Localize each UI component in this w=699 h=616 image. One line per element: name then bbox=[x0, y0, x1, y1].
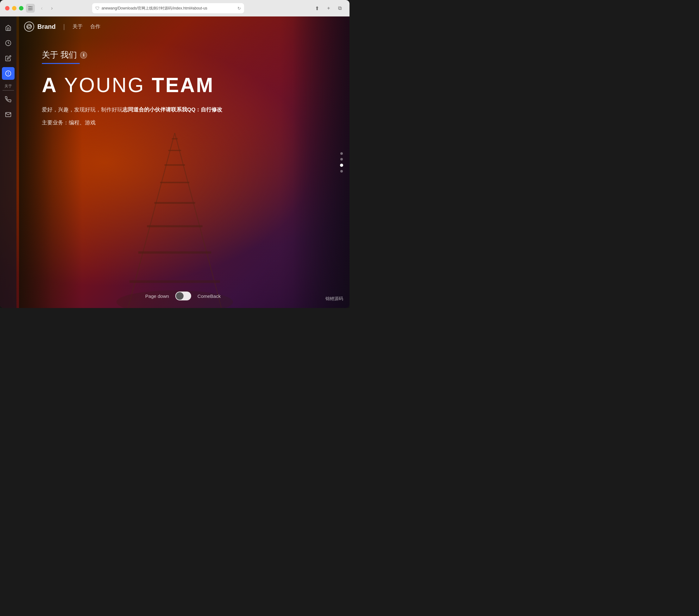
browser-content: 关于 bbox=[0, 16, 350, 308]
brand-logo[interactable]: Brand bbox=[24, 22, 56, 32]
main-content: Brand | 关于 合作 关于 我们 ℹ A YOUNG TEAM 爱好，兴趣… bbox=[16, 16, 350, 308]
minimize-button[interactable] bbox=[12, 6, 16, 11]
desc1-prefix: 爱好，兴趣，发现好玩，制作好玩 bbox=[42, 107, 122, 113]
page-down-button[interactable]: Page down bbox=[145, 293, 169, 299]
brand-icon bbox=[24, 22, 34, 32]
close-button[interactable] bbox=[5, 6, 10, 11]
desc1-highlight: 志同道合的小伙伴请联系我QQ：自行修改 bbox=[122, 107, 222, 113]
toggle-thumb bbox=[176, 292, 184, 300]
watermark-text: 锦鲤源码 bbox=[326, 296, 343, 302]
sidebar-item-phone[interactable] bbox=[2, 93, 15, 106]
dot-2[interactable] bbox=[340, 158, 343, 160]
nav-arrows: ‹ › bbox=[37, 4, 56, 13]
nav-about-link[interactable]: 关于 bbox=[72, 23, 83, 30]
brand-name-text: Brand bbox=[37, 23, 56, 30]
section-info-icon[interactable]: ℹ bbox=[80, 52, 87, 58]
sidebar-underline bbox=[2, 90, 14, 91]
tabs-button[interactable]: ⧉ bbox=[335, 4, 344, 13]
sidebar-section-label-container: 关于 bbox=[2, 82, 14, 91]
sidebar-item-home[interactable] bbox=[2, 22, 15, 34]
maximize-button[interactable] bbox=[19, 6, 24, 11]
dot-3[interactable] bbox=[340, 163, 343, 167]
nav-divider: | bbox=[63, 23, 65, 30]
section-title-container: 关于 我们 ℹ bbox=[42, 49, 330, 61]
hero-title: A YOUNG TEAM bbox=[42, 74, 330, 96]
refresh-button[interactable]: ↻ bbox=[237, 6, 241, 11]
sidebar-item-clock[interactable] bbox=[2, 37, 15, 49]
hero-title-a: A bbox=[42, 74, 57, 96]
hero-title-young: YOUNG bbox=[57, 74, 151, 96]
sidebar-toggle-button[interactable] bbox=[26, 4, 35, 13]
hero-title-team: TEAM bbox=[151, 74, 214, 96]
left-sidebar: 关于 bbox=[0, 16, 16, 308]
sidebar-item-edit[interactable] bbox=[2, 52, 15, 65]
titlebar: ‹ › 🛡 anewang/Downloads/官网上线倒计时源码/index.… bbox=[0, 0, 350, 16]
sidebar-about-label: 关于 bbox=[4, 83, 12, 89]
traffic-lights bbox=[5, 6, 24, 11]
sidebar-item-info[interactable] bbox=[2, 67, 15, 80]
come-back-button[interactable]: ComeBack bbox=[198, 293, 221, 299]
new-tab-button[interactable]: + bbox=[324, 4, 333, 13]
share-button[interactable]: ⬆ bbox=[313, 4, 322, 13]
section-underline bbox=[42, 63, 80, 64]
browser-window: ‹ › 🛡 anewang/Downloads/官网上线倒计时源码/index.… bbox=[0, 0, 350, 308]
dots-navigation bbox=[340, 152, 343, 172]
dot-4[interactable] bbox=[340, 170, 343, 172]
desc-text-2: 主要业务：编程、游戏 bbox=[42, 118, 330, 128]
bottom-controls: Page down ComeBack bbox=[145, 291, 221, 300]
toggle-switch[interactable] bbox=[175, 291, 191, 300]
nav-cooperation-link[interactable]: 合作 bbox=[90, 23, 100, 30]
back-button[interactable]: ‹ bbox=[37, 4, 46, 13]
page-content-area: 关于 我们 ℹ A YOUNG TEAM 爱好，兴趣，发现好玩，制作好玩志同道合… bbox=[16, 37, 350, 144]
url-text: anewang/Downloads/官网上线倒计时源码/index.html#a… bbox=[102, 6, 236, 11]
address-bar[interactable]: 🛡 anewang/Downloads/官网上线倒计时源码/index.html… bbox=[92, 3, 244, 13]
section-title-text: 关于 我们 bbox=[42, 49, 77, 61]
top-navigation: Brand | 关于 合作 bbox=[16, 16, 350, 37]
svg-rect-3 bbox=[31, 6, 32, 10]
desc-text-1: 爱好，兴趣，发现好玩，制作好玩志同道合的小伙伴请联系我QQ：自行修改 bbox=[42, 105, 330, 115]
titlebar-actions: ⬆ + ⧉ bbox=[313, 4, 344, 13]
security-icon: 🛡 bbox=[95, 6, 100, 11]
forward-button[interactable]: › bbox=[48, 4, 56, 13]
sidebar-item-mail[interactable] bbox=[2, 108, 15, 121]
dot-1[interactable] bbox=[340, 152, 343, 155]
